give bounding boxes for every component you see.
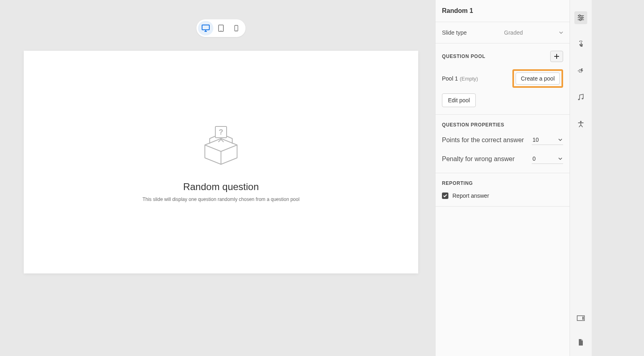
svg-point-16 — [578, 99, 580, 100]
device-mobile-button[interactable] — [229, 21, 244, 35]
interactions-tool-button[interactable] — [574, 38, 587, 51]
slide-type-value: Graded — [504, 29, 523, 36]
desktop-icon — [202, 25, 210, 32]
penalty-dropdown[interactable]: 0 — [532, 154, 563, 164]
svg-point-6 — [236, 30, 236, 31]
svg-point-13 — [581, 17, 583, 19]
points-label: Points for the correct answer — [442, 137, 524, 144]
device-switcher — [196, 19, 246, 37]
panel-title: Random 1 — [442, 7, 563, 14]
device-desktop-button[interactable] — [198, 21, 213, 35]
create-pool-highlight: Create a pool — [512, 69, 563, 88]
document-button[interactable] — [574, 336, 587, 349]
animation-tool-button[interactable] — [574, 64, 587, 77]
right-toolbar — [570, 0, 592, 356]
properties-panel: Random 1 Slide type Graded QUESTION POOL… — [435, 0, 570, 356]
svg-rect-0 — [202, 25, 209, 30]
slide-type-label: Slide type — [442, 29, 466, 36]
svg-point-11 — [579, 15, 580, 17]
mobile-icon — [234, 25, 238, 31]
bolt-icon — [577, 68, 584, 74]
audio-tool-button[interactable] — [574, 91, 587, 104]
add-pool-button[interactable] — [550, 51, 563, 62]
svg-point-18 — [580, 121, 582, 122]
points-dropdown[interactable]: 10 — [532, 135, 563, 145]
tap-icon — [577, 41, 584, 48]
svg-point-17 — [582, 98, 583, 99]
penalty-label: Penalty for wrong answer — [442, 155, 515, 163]
properties-tool-button[interactable] — [574, 11, 587, 24]
file-icon — [578, 339, 584, 346]
question-pool-header: QUESTION POOL — [442, 54, 485, 59]
accessibility-tool-button[interactable] — [574, 118, 587, 130]
check-icon — [443, 194, 447, 197]
edit-pool-button[interactable]: Edit pool — [442, 93, 476, 107]
canvas-subtitle: This slide will display one question ran… — [142, 197, 299, 202]
chevron-down-icon — [558, 157, 562, 161]
reporting-header: REPORTING — [442, 180, 473, 186]
svg-point-4 — [221, 30, 221, 31]
svg-point-15 — [580, 19, 581, 21]
slide-icon — [577, 315, 585, 321]
create-pool-button[interactable]: Create a pool — [516, 72, 560, 85]
sliders-icon — [577, 14, 584, 21]
chevron-down-icon — [559, 31, 563, 35]
report-answer-label: Report answer — [452, 192, 489, 199]
report-answer-checkbox[interactable] — [442, 192, 448, 199]
question-box-illustration: ? — [197, 122, 245, 172]
pool-name: Pool 1 (Empty) — [442, 75, 478, 82]
music-icon — [578, 94, 584, 101]
question-properties-header: QUESTION PROPERTIES — [442, 122, 504, 128]
penalty-value: 0 — [533, 155, 536, 162]
points-value: 10 — [533, 137, 539, 143]
chevron-down-icon — [558, 138, 562, 142]
svg-rect-20 — [582, 317, 584, 320]
canvas-title: Random question — [183, 181, 259, 192]
slide-type-dropdown[interactable]: Graded — [504, 29, 563, 36]
slide-canvas[interactable]: ? Random question This slide will displa… — [24, 51, 418, 273]
svg-text:?: ? — [219, 128, 223, 136]
plus-icon — [554, 54, 559, 59]
slide-view-button[interactable] — [574, 312, 587, 325]
canvas-area: ? Random question This slide will displa… — [11, 0, 435, 356]
accessibility-icon — [577, 120, 584, 128]
device-tablet-button[interactable] — [213, 21, 229, 35]
tablet-icon — [218, 25, 224, 32]
